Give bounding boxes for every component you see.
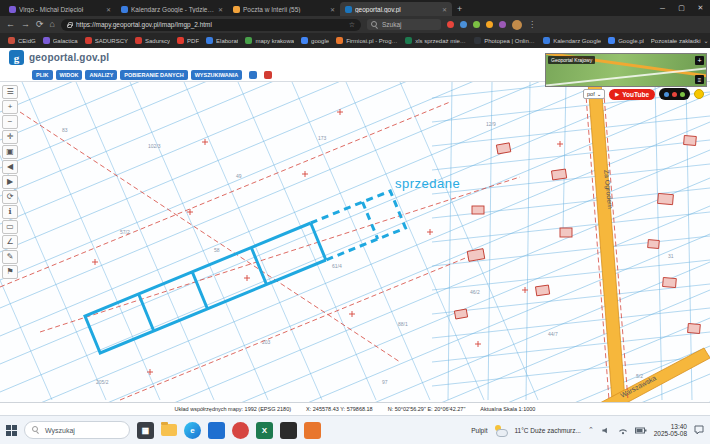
identify-icon[interactable]: ℹ — [2, 205, 18, 219]
layers-icon[interactable]: ≡ — [695, 75, 704, 84]
back-icon[interactable]: ← — [6, 20, 15, 29]
app-icon[interactable] — [280, 422, 297, 439]
browser-menu-icon[interactable]: ⋮ — [528, 20, 536, 29]
search-placeholder: Szukaj — [382, 21, 402, 28]
network-icon[interactable] — [618, 426, 628, 435]
maximize-button[interactable]: ▢ — [672, 4, 691, 12]
menu-pobieranie-danych[interactable]: POBIERANIE DANYCH — [120, 70, 187, 80]
profile-avatar[interactable] — [512, 20, 522, 30]
menu-analizy[interactable]: ANALIZY — [85, 70, 117, 80]
map-menu-icon[interactable]: ☰ — [2, 85, 18, 99]
notification-icon[interactable] — [694, 425, 704, 435]
bookmark-item[interactable]: Sadurscy — [135, 37, 170, 44]
url-field[interactable]: https://mapy.geoportal.gov.pl/imap/Imgp_… — [61, 19, 361, 31]
bookmark-item[interactable]: SADURSCY — [85, 37, 128, 44]
youtube-button[interactable]: ▶ YouTube — [609, 89, 655, 100]
task-view-icon[interactable]: ▦ — [137, 422, 154, 439]
browser-tab-active[interactable]: geoportal.gov.pl ✕ — [340, 2, 452, 16]
extension-icon[interactable] — [473, 21, 480, 28]
bookmark-favicon — [336, 37, 343, 44]
status-scale: Aktualna Skala 1:1000 — [480, 406, 535, 412]
menu-widok[interactable]: WIDOK — [56, 70, 83, 80]
bookmark-item[interactable]: Photopea | Online Pho... — [474, 37, 536, 44]
excel-icon[interactable]: X — [256, 422, 273, 439]
browser-tab[interactable]: Kalendarz Google - Tydzień, w... ✕ — [116, 2, 228, 16]
start-button[interactable] — [6, 425, 17, 436]
bookmark-item[interactable]: Elaborat — [206, 37, 238, 44]
alert-widget-icon[interactable] — [264, 71, 272, 79]
search-input[interactable]: Szukaj — [367, 19, 441, 30]
extension-icon[interactable] — [486, 21, 493, 28]
extension-icon[interactable] — [447, 21, 454, 28]
tray-expand-icon[interactable]: ⌃ — [588, 426, 594, 434]
browser-tab[interactable]: Poczta w Interii (55) ✕ — [228, 2, 340, 16]
minimize-button[interactable]: ─ — [653, 5, 672, 12]
reload-icon[interactable]: ⟳ — [36, 20, 44, 29]
close-tab-icon[interactable]: ✕ — [330, 6, 335, 13]
bookmark-item[interactable]: PDF — [177, 37, 199, 44]
app-icon[interactable] — [304, 422, 321, 439]
menu-plik[interactable]: PLIK — [32, 70, 53, 80]
new-tab-button[interactable]: + — [457, 4, 462, 14]
taskbar-search-label: Wyszukaj — [45, 427, 75, 434]
bookmark-item[interactable]: xls sprzedaż mieszkań — [405, 37, 467, 44]
taskbar-search-input[interactable]: Wyszukaj — [24, 421, 130, 439]
bookmark-item[interactable]: Kalendarz Google — [543, 37, 601, 44]
weather-text[interactable]: 11°C Duże zachmurz... — [514, 427, 580, 434]
draw-icon[interactable]: ✎ — [2, 250, 18, 264]
widget-pill[interactable] — [659, 88, 690, 100]
bookmark-item[interactable]: Galactica — [43, 37, 78, 44]
bookmark-item[interactable]: mapy krakowa — [245, 37, 294, 44]
full-extent-icon[interactable]: ▣ — [2, 145, 18, 159]
refresh-view-icon[interactable]: ⟳ — [2, 190, 18, 204]
svg-text:203: 203 — [262, 339, 271, 345]
info-widget-icon[interactable] — [249, 71, 257, 79]
basemap-select[interactable]: pof ⌄ — [583, 89, 605, 99]
close-button[interactable]: ✕ — [691, 4, 710, 12]
volume-icon[interactable] — [601, 426, 611, 435]
menu-wyszukiwania[interactable]: WYSZUKIWANIA — [191, 70, 243, 80]
zoom-out-icon[interactable]: − — [2, 115, 18, 129]
zoom-in-icon[interactable]: + — [2, 100, 18, 114]
forward-icon[interactable]: → — [21, 20, 30, 29]
next-view-icon[interactable]: ▶ — [2, 175, 18, 189]
close-tab-icon[interactable]: ✕ — [218, 6, 223, 13]
bookmark-item[interactable]: google — [301, 37, 329, 44]
pan-icon[interactable]: ✛ — [2, 130, 18, 144]
bookmark-item[interactable]: Google.pl — [608, 37, 644, 44]
basemap-select-value: pof — [587, 91, 595, 97]
bookmark-label: mapy krakowa — [255, 38, 294, 44]
extension-icon[interactable] — [499, 21, 506, 28]
geoportal-logo[interactable]: g — [9, 50, 24, 65]
browser-tab[interactable]: Virgo - Michał Dzięcioł ✕ — [4, 2, 116, 16]
search-icon — [371, 21, 379, 29]
help-widget-icon[interactable] — [694, 89, 704, 99]
overview-minimap[interactable]: Geoportal Krajowy + ≡ — [545, 53, 707, 87]
other-bookmarks-button[interactable]: Pozostałe zakładki⌄ — [651, 37, 709, 44]
close-tab-icon[interactable]: ✕ — [442, 6, 447, 13]
edge-icon[interactable]: e — [184, 422, 201, 439]
previous-view-icon[interactable]: ◀ — [2, 160, 18, 174]
bookmark-item[interactable]: Firmiosi.pl - Program f... — [336, 37, 398, 44]
clock-date: 2025-05-08 — [654, 430, 687, 437]
measure-icon[interactable]: ∠ — [2, 235, 18, 249]
svg-text:83: 83 — [62, 127, 68, 133]
app-icon[interactable] — [208, 422, 225, 439]
extension-icon[interactable] — [460, 21, 467, 28]
bookmark-star-icon[interactable]: ☆ — [349, 21, 355, 29]
bookmark-favicon — [206, 37, 213, 44]
select-icon[interactable]: ▭ — [2, 220, 18, 234]
app-icon[interactable] — [232, 422, 249, 439]
home-icon[interactable]: ⌂ — [50, 20, 55, 29]
minimap-expand-icon[interactable]: + — [695, 56, 704, 65]
close-tab-icon[interactable]: ✕ — [106, 6, 111, 13]
battery-icon[interactable] — [635, 426, 647, 435]
desktop-toolbar-label[interactable]: Pulpit — [471, 427, 487, 434]
bookmark-label: Firmiosi.pl - Program f... — [346, 38, 398, 44]
cadastral-map[interactable]: sprzedane Za Ogrodem Warszawska 83102/34… — [0, 82, 710, 402]
flag-icon[interactable]: ⚑ — [2, 265, 18, 279]
file-explorer-icon[interactable] — [161, 424, 177, 436]
chevron-down-icon: ⌄ — [704, 37, 709, 44]
bookmark-item[interactable]: CEidG — [8, 37, 36, 44]
taskbar-clock[interactable]: 13:40 2025-05-08 — [654, 423, 687, 438]
